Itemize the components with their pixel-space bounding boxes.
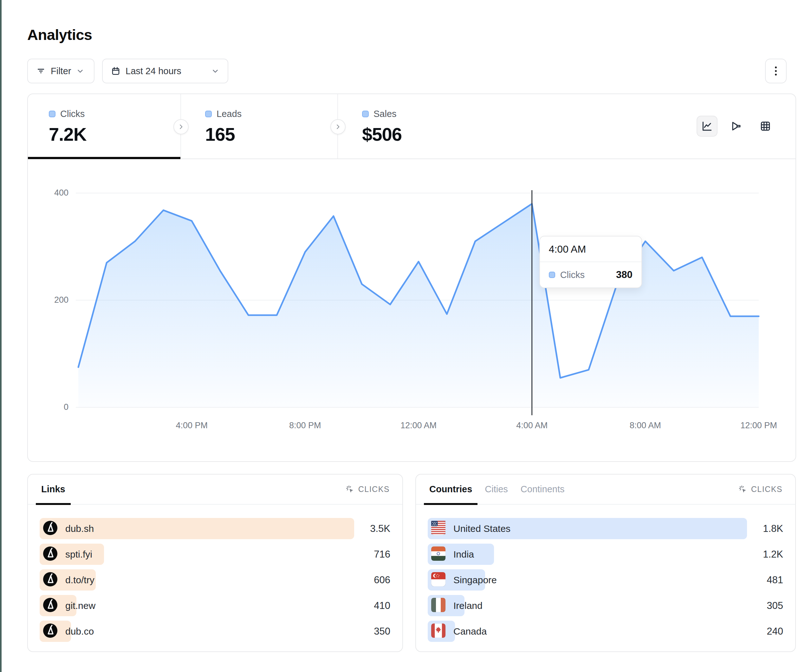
flag-us-icon: [431, 530, 445, 535]
x-tick-label: 4:00 AM: [500, 421, 564, 430]
tab-cities[interactable]: Cities: [479, 474, 513, 504]
chart-canvas: [28, 178, 795, 438]
x-tick-label: 8:00 AM: [614, 421, 677, 430]
flag-singapore-icon: [431, 582, 445, 587]
row-value: 350: [358, 626, 390, 637]
dub-logo-icon: [43, 598, 57, 612]
x-tick-label: 12:00 AM: [387, 421, 450, 430]
cursor-click-icon: [739, 485, 747, 494]
row-label: git.new: [65, 600, 96, 611]
clicks-legend-square: [49, 111, 55, 117]
tab-label: Countries: [429, 484, 472, 495]
row-label: Ireland: [454, 600, 483, 611]
row-value: 1.8K: [751, 523, 783, 534]
row-label: Canada: [454, 626, 487, 637]
next-stat-button[interactable]: [174, 119, 189, 135]
flag-india-icon: [431, 556, 445, 561]
stat-label: Leads: [217, 109, 242, 119]
active-tab-underline: [424, 503, 478, 505]
row-icon: [43, 624, 57, 639]
active-tab-underline: [28, 157, 181, 159]
filter-button-label: Filter: [51, 66, 71, 77]
row-icon: [43, 598, 57, 613]
row-icon: [43, 521, 57, 536]
x-tick-label: 8:00 PM: [273, 421, 337, 430]
kebab-menu-icon: [771, 66, 780, 77]
countries-list: United States 1.8K India 1.2K Singapore …: [416, 505, 795, 642]
date-range-button[interactable]: Last 24 hours: [102, 59, 228, 84]
leads-legend-square: [205, 111, 212, 117]
list-item[interactable]: spti.fyi 716: [39, 544, 390, 565]
links-panel-header: Links CLICKS: [28, 474, 403, 505]
row-value: 410: [358, 600, 390, 611]
dub-logo-icon: [43, 624, 57, 638]
tab-label: Cities: [485, 484, 508, 495]
analytics-card: Clicks 7.2K Leads 165 Sales $506: [27, 94, 796, 462]
tooltip-value: 380: [616, 269, 633, 281]
tooltip-time: 4:00 AM: [540, 237, 641, 262]
countries-metric-selector[interactable]: CLICKS: [739, 484, 783, 494]
row-label: spti.fyi: [65, 549, 92, 560]
row-label: India: [454, 549, 474, 560]
list-item[interactable]: d.to/try 606: [39, 569, 390, 590]
row-label: d.to/try: [65, 575, 94, 585]
list-item[interactable]: dub.sh 3.5K: [39, 518, 390, 539]
line-chart-icon: [701, 120, 713, 132]
filter-button[interactable]: Filter: [27, 59, 94, 84]
list-item[interactable]: United States 1.8K: [428, 518, 783, 539]
clicks-time-series-chart[interactable]: 0200400 4:00 PM8:00 PM12:00 AM4:00 AM8:0…: [28, 178, 795, 438]
tab-label: Continents: [520, 484, 565, 495]
tab-links[interactable]: Links: [36, 474, 71, 504]
funnel-view-button[interactable]: [726, 116, 747, 136]
list-item[interactable]: git.new 410: [39, 595, 390, 616]
tab-sales[interactable]: Sales $506: [338, 94, 496, 159]
row-icon: [431, 521, 445, 536]
stat-value: 165: [205, 124, 337, 145]
table-grid-icon: [759, 120, 771, 132]
analytics-page: Analytics Filter Last 24 hours: [0, 0, 812, 672]
list-item[interactable]: Singapore 481: [428, 569, 783, 590]
stat-value: $506: [362, 124, 496, 145]
cursor-click-icon: [346, 485, 355, 494]
metric-label: CLICKS: [358, 484, 390, 494]
sales-legend-square: [362, 111, 369, 117]
row-label: Singapore: [454, 575, 497, 585]
tab-clicks[interactable]: Clicks 7.2K: [28, 94, 181, 159]
row-value: 305: [751, 600, 783, 611]
row-value: 1.2K: [751, 549, 783, 560]
metric-label: CLICKS: [751, 484, 783, 494]
countries-panel-header: Countries Cities Continents CLICKS: [416, 474, 795, 505]
row-value: 3.5K: [358, 523, 390, 534]
stat-label: Clicks: [60, 109, 85, 119]
y-tick-label: 400: [37, 188, 68, 198]
tab-leads[interactable]: Leads 165: [181, 94, 338, 159]
y-tick-label: 0: [37, 402, 68, 412]
flag-canada-icon: [431, 633, 445, 638]
x-tick-label: 4:00 PM: [160, 421, 223, 430]
row-value: 606: [358, 574, 390, 586]
tab-continents[interactable]: Continents: [515, 474, 570, 504]
list-item[interactable]: India 1.2K: [428, 544, 783, 565]
table-view-button[interactable]: [755, 116, 776, 136]
row-label: United States: [454, 524, 510, 534]
dub-logo-icon: [43, 521, 57, 535]
list-item[interactable]: Ireland 305: [428, 595, 783, 616]
left-accent-strip: [0, 0, 2, 672]
date-range-label: Last 24 hours: [126, 66, 181, 77]
more-options-button[interactable]: [765, 59, 786, 84]
flag-ireland-icon: [431, 608, 445, 612]
countries-panel: Countries Cities Continents CLICKS: [415, 474, 796, 652]
row-value: 481: [751, 574, 783, 586]
line-chart-view-button[interactable]: [697, 116, 718, 136]
page-title: Analytics: [27, 26, 92, 43]
x-tick-label: 12:00 PM: [727, 421, 790, 430]
chevron-down-icon: [211, 67, 219, 75]
y-tick-label: 200: [37, 295, 68, 305]
list-item[interactable]: dub.co 350: [39, 621, 390, 642]
stat-value: 7.2K: [49, 124, 181, 145]
next-stat-button[interactable]: [330, 119, 346, 135]
tab-countries[interactable]: Countries: [424, 474, 478, 504]
list-item[interactable]: Canada 240: [428, 621, 783, 642]
links-metric-selector[interactable]: CLICKS: [346, 484, 390, 494]
row-icon: [431, 546, 445, 562]
